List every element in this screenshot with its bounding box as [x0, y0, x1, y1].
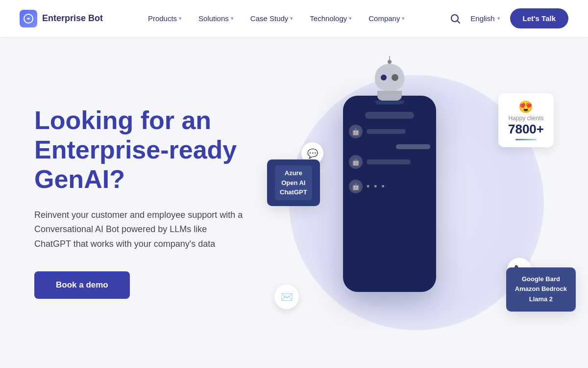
phone-mockup: 🤖 🤖 🤖 • • •: [343, 96, 436, 292]
azure-line3: ChatGPT: [280, 187, 307, 197]
company-chevron-icon: ▾: [402, 15, 405, 22]
google-line3: Llama 2: [515, 294, 567, 305]
phone-row-2: [349, 144, 430, 149]
hero-subtitle: Reinvent your customer and employee supp…: [34, 208, 245, 252]
llm-providers-card: Google Bard Amazon Bedrock Llama 2: [506, 267, 576, 312]
phone-screen: 🤖 🤖 🤖 • • •: [343, 105, 436, 292]
robot-head: [375, 64, 404, 91]
robot-body: [377, 91, 402, 101]
language-chevron-icon: ▾: [497, 15, 500, 22]
nav-solutions[interactable]: Solutions ▾: [192, 10, 241, 26]
lets-talk-button[interactable]: Let's Talk: [510, 8, 568, 28]
logo-text: Enterprise Bot: [42, 13, 103, 24]
azure-line2: Open AI: [280, 178, 307, 188]
language-selector[interactable]: English ▾: [470, 14, 500, 23]
robot-antenna: [388, 60, 392, 64]
happy-emoji: 😍: [508, 100, 544, 114]
hero-text: Looking for an Enterprise-ready GenAI? R…: [0, 106, 255, 298]
navbar: Enterprise Bot Products ▾ Solutions ▾ Ca…: [0, 0, 588, 37]
book-demo-button[interactable]: Book a demo: [34, 271, 130, 299]
nav-links: Products ▾ Solutions ▾ Case Study ▾ Tech…: [141, 10, 412, 26]
phone-row-1: 🤖: [349, 125, 430, 138]
technology-chevron-icon: ▾: [349, 15, 352, 22]
logo[interactable]: Enterprise Bot: [20, 10, 103, 27]
logo-icon: [20, 10, 37, 27]
nav-products[interactable]: Products ▾: [141, 10, 189, 26]
phone-reply-bar: [396, 144, 430, 149]
azure-line1: Azure: [280, 168, 307, 178]
azure-card: Azure Open AI ChatGPT: [267, 159, 320, 206]
email-icon-float: ✉️: [274, 285, 299, 309]
search-icon: [450, 13, 461, 24]
phone-row-4: 🤖 • • •: [349, 180, 430, 193]
happy-clients-number: 7800+: [508, 122, 544, 137]
chat-bubble-icon: 💬: [307, 148, 318, 159]
azure-card-inner: Azure Open AI ChatGPT: [275, 165, 312, 200]
phone-bot-icon-2: 🤖: [349, 155, 363, 169]
svg-line-2: [458, 21, 460, 23]
phone-bot-icon-3: 🤖: [349, 180, 363, 193]
phone-row-3: 🤖: [349, 155, 430, 169]
language-label: English: [470, 14, 494, 23]
robot-left-eye: [381, 75, 387, 80]
robot-illustration: [370, 64, 409, 103]
happy-clients-label: Happy clients: [508, 115, 544, 122]
hero-title: Looking for an Enterprise-ready GenAI?: [34, 106, 255, 194]
phone-bot-icon-1: 🤖: [349, 125, 363, 138]
phone-bar-1: [365, 112, 414, 119]
solutions-chevron-icon: ▾: [231, 15, 234, 22]
email-icon: ✉️: [281, 291, 293, 303]
phone-typing-dots: • • •: [367, 182, 386, 192]
search-button[interactable]: [450, 13, 461, 24]
google-line1: Google Bard: [515, 274, 567, 285]
products-chevron-icon: ▾: [179, 15, 182, 22]
google-line2: Amazon Bedrock: [515, 284, 567, 294]
hero-section: Looking for an Enterprise-ready GenAI? R…: [0, 37, 588, 368]
nav-case-study[interactable]: Case Study ▾: [244, 10, 300, 26]
hero-illustration: 🤖 🤖 🤖 • • • 💬: [245, 37, 588, 368]
nav-right: English ▾ Let's Talk: [450, 8, 568, 28]
happy-clients-card: 😍 Happy clients 7800+: [498, 93, 554, 147]
nav-technology[interactable]: Technology ▾: [303, 10, 359, 26]
case-study-chevron-icon: ▾: [290, 15, 293, 22]
robot-right-eye: [392, 74, 398, 81]
nav-company[interactable]: Company ▾: [362, 10, 412, 26]
phone-msg-bar-2: [367, 159, 411, 164]
phone-msg-bar: [367, 129, 406, 134]
happy-clients-underline: [515, 139, 537, 140]
